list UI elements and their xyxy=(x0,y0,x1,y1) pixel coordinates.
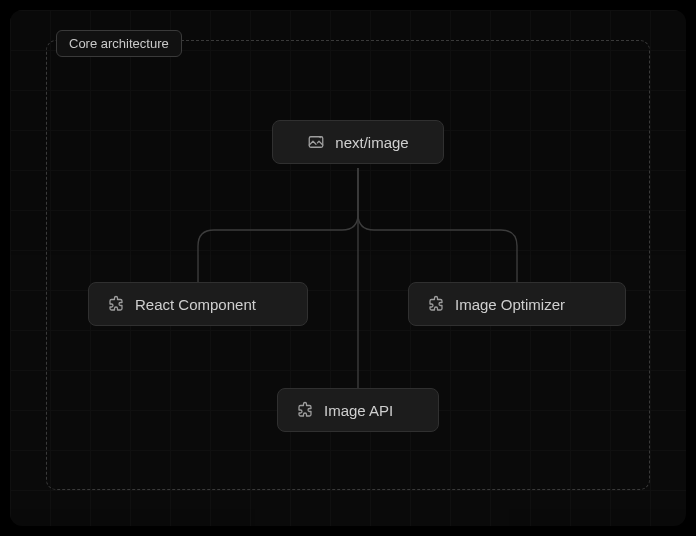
node-image-optimizer: Image Optimizer xyxy=(408,282,626,326)
diagram-canvas: Core architecture next/image React Compo… xyxy=(10,10,686,526)
node-label: Image API xyxy=(324,402,393,419)
puzzle-icon xyxy=(107,295,125,313)
node-label: React Component xyxy=(135,296,256,313)
node-label: Image Optimizer xyxy=(455,296,565,313)
node-next-image: next/image xyxy=(272,120,444,164)
puzzle-icon xyxy=(427,295,445,313)
puzzle-icon xyxy=(296,401,314,419)
svg-rect-0 xyxy=(310,137,324,148)
node-label: next/image xyxy=(335,134,408,151)
node-react-component: React Component xyxy=(88,282,308,326)
image-sparkle-icon xyxy=(307,133,325,151)
frame-label: Core architecture xyxy=(56,30,182,57)
node-image-api: Image API xyxy=(277,388,439,432)
